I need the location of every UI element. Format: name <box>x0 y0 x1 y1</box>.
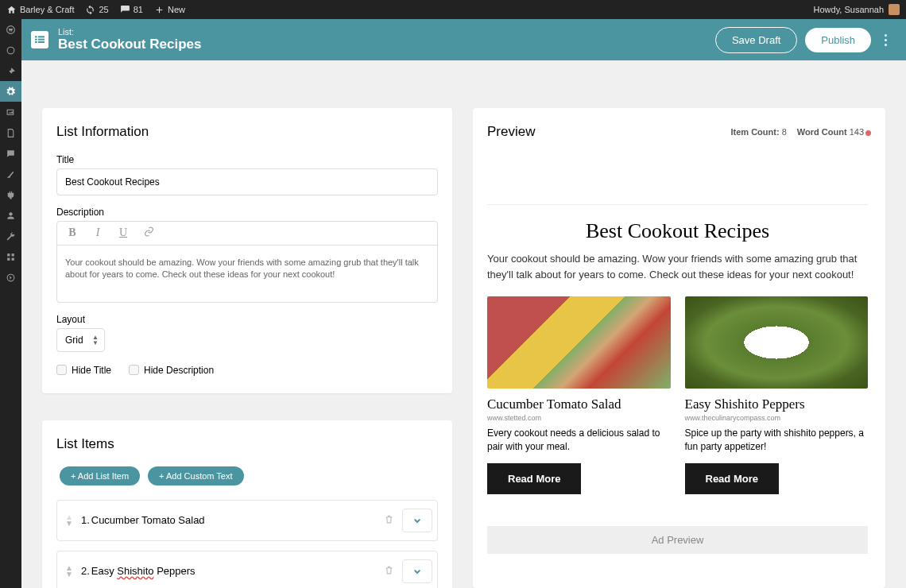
more-menu-button[interactable] <box>876 34 895 46</box>
avatar <box>889 4 900 15</box>
preview-heading: Preview <box>487 124 730 140</box>
new-link[interactable]: New <box>154 5 185 15</box>
ad-preview: Ad Preview <box>487 526 868 554</box>
comments-icon <box>120 5 130 15</box>
svg-rect-5 <box>12 253 14 256</box>
preview-panel: Preview Item Count: 8 Word Count 143 Bes… <box>473 108 885 588</box>
user-icon <box>6 211 16 221</box>
svg-rect-9 <box>35 36 37 37</box>
sidebar-dashboard[interactable] <box>0 40 21 60</box>
link-icon <box>144 226 154 237</box>
site-name: Barley & Craft <box>20 5 74 14</box>
add-custom-text-button[interactable]: + Add Custom Text <box>148 466 243 485</box>
collapse-icon <box>6 273 16 283</box>
expand-button[interactable] <box>402 559 432 583</box>
chevron-down-icon <box>411 565 424 578</box>
sidebar-collapse[interactable] <box>0 267 21 288</box>
preview-item: Cucumber Tomato Salad www.stetted.com Ev… <box>487 296 671 494</box>
items-card-title: List Items <box>56 436 438 452</box>
refresh-count: 25 <box>99 5 108 14</box>
user-menu[interactable]: Howdy, Susannah <box>814 4 900 15</box>
home-icon <box>6 5 17 15</box>
svg-rect-7 <box>12 257 14 260</box>
sidebar-comments[interactable] <box>0 143 21 164</box>
page-title: Best Cookout Recipes <box>58 37 715 52</box>
preview-image <box>685 296 869 389</box>
sort-handle[interactable]: ▲▼ <box>65 514 73 527</box>
status-dot <box>865 130 871 136</box>
gear-icon <box>6 87 16 97</box>
plugins-icon <box>6 190 16 200</box>
desc-label: Description <box>56 207 438 218</box>
brush-icon <box>6 169 16 180</box>
sidebar-wordpress[interactable] <box>0 19 21 40</box>
new-label: New <box>168 5 185 14</box>
svg-rect-14 <box>38 41 45 43</box>
layout-label: Layout <box>56 314 438 325</box>
preview-scroll[interactable]: Best Cookout Recipes Your cookout should… <box>487 149 876 578</box>
sidebar-pages[interactable] <box>0 122 21 143</box>
svg-rect-12 <box>38 39 45 41</box>
svg-rect-13 <box>35 41 37 43</box>
grid-icon <box>6 252 16 262</box>
svg-point-3 <box>9 212 12 215</box>
site-home-link[interactable]: Barley & Craft <box>6 5 74 15</box>
sort-handle[interactable]: ▲▼ <box>65 565 73 578</box>
trash-icon <box>384 514 394 524</box>
sidebar-active[interactable] <box>0 81 21 102</box>
bold-button[interactable]: B <box>65 226 79 240</box>
info-card-title: List Information <box>56 124 438 140</box>
delete-button[interactable] <box>381 561 397 582</box>
svg-rect-6 <box>7 257 10 260</box>
underline-button[interactable]: U <box>116 226 130 240</box>
refresh-link[interactable]: 25 <box>85 5 108 15</box>
delete-button[interactable] <box>381 510 397 531</box>
title-input[interactable] <box>56 168 438 195</box>
wrench-icon <box>6 231 16 242</box>
sidebar-appearance[interactable] <box>0 164 21 184</box>
admin-sidebar <box>0 19 21 588</box>
publish-button[interactable]: Publish <box>805 28 871 52</box>
dashboard-icon <box>6 45 16 56</box>
sidebar-posts[interactable] <box>0 60 21 81</box>
preview-image <box>487 296 671 389</box>
description-editor[interactable]: Your cookout should be amazing. Wow your… <box>57 246 437 302</box>
sidebar-settings[interactable] <box>0 246 21 267</box>
hide-desc-check[interactable]: Hide Description <box>129 365 214 376</box>
save-draft-button[interactable]: Save Draft <box>715 27 797 53</box>
refresh-icon <box>85 5 95 15</box>
svg-rect-10 <box>38 36 45 37</box>
info-card: List Information Title Description B I U… <box>42 108 452 393</box>
items-card: List Items + Add List Item + Add Custom … <box>42 420 452 588</box>
read-more-button[interactable]: Read More <box>487 463 581 494</box>
comments-link[interactable]: 81 <box>120 5 143 15</box>
preview-item: Easy Shishito Peppers www.theculinarycom… <box>685 296 869 494</box>
italic-button[interactable]: I <box>91 226 105 240</box>
chevron-down-icon <box>411 514 424 527</box>
title-label: Title <box>56 154 438 165</box>
hide-title-check[interactable]: Hide Title <box>56 365 111 376</box>
header-sublabel: List: <box>58 27 715 37</box>
expand-button[interactable] <box>402 509 432 532</box>
link-button[interactable] <box>141 226 156 240</box>
media-icon <box>6 107 16 118</box>
sidebar-users[interactable] <box>0 205 21 226</box>
pin-icon <box>6 66 16 76</box>
sidebar-plugins[interactable] <box>0 184 21 205</box>
comment-icon <box>6 149 16 159</box>
layout-select[interactable]: Grid <box>56 328 105 352</box>
comments-count: 81 <box>134 5 143 14</box>
sidebar-media[interactable] <box>0 102 21 122</box>
sidebar-tools[interactable] <box>0 226 21 246</box>
svg-rect-4 <box>7 253 10 256</box>
add-list-item-button[interactable]: + Add List Item <box>60 466 140 485</box>
svg-rect-11 <box>35 39 37 41</box>
plus-icon <box>154 5 165 15</box>
trash-icon <box>384 565 394 575</box>
list-row: ▲▼ 1.Cucumber Tomato Salad <box>56 500 438 541</box>
read-more-button[interactable]: Read More <box>685 463 779 494</box>
pages-icon <box>6 128 16 138</box>
admin-topbar: Barley & Craft 25 81 New Howdy, Susannah <box>0 0 906 19</box>
page-header: List: Best Cookout Recipes Save Draft Pu… <box>21 19 906 60</box>
editor-toolbar: B I U <box>57 222 437 246</box>
